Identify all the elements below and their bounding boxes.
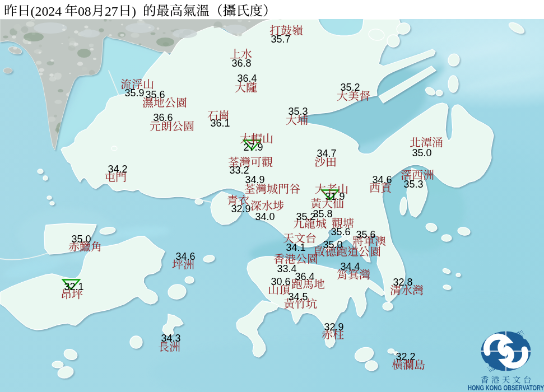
svg-text:35.7: 35.7 (271, 34, 290, 45)
svg-text:(2024: (2024 (31, 4, 62, 18)
svg-text:35.2: 35.2 (296, 211, 315, 222)
svg-text:32.1: 32.1 (64, 281, 83, 292)
svg-text:34.6: 34.6 (372, 174, 392, 185)
svg-text:HONG KONG OBSERVATORY: HONG KONG OBSERVATORY (468, 384, 544, 392)
svg-text:33.4: 33.4 (277, 263, 296, 274)
svg-text:35.8: 35.8 (313, 208, 332, 220)
svg-text:): ) (132, 4, 136, 18)
svg-text:36.8: 36.8 (231, 58, 251, 69)
svg-text:35.6: 35.6 (356, 229, 375, 240)
svg-text:35.0: 35.0 (323, 239, 342, 250)
svg-text:34.9: 34.9 (245, 174, 264, 185)
svg-text:32.8: 32.8 (393, 277, 412, 288)
svg-text:34.0: 34.0 (255, 211, 275, 222)
svg-text:32.9: 32.9 (231, 203, 250, 214)
svg-text:34.1: 34.1 (286, 242, 305, 253)
svg-text:34.2: 34.2 (108, 164, 127, 175)
svg-text:35.9: 35.9 (124, 87, 144, 99)
svg-text:36.4: 36.4 (237, 73, 257, 84)
svg-text:35.6: 35.6 (145, 89, 165, 100)
svg-text:30.6: 30.6 (271, 276, 290, 287)
svg-text:35.3: 35.3 (288, 106, 308, 117)
svg-text:35.3: 35.3 (403, 179, 423, 190)
svg-text:35.0: 35.0 (71, 234, 91, 245)
svg-text:35.0: 35.0 (412, 147, 431, 158)
svg-text:32.9: 32.9 (324, 321, 343, 333)
svg-text:27: 27 (105, 4, 118, 18)
svg-text:34.3: 34.3 (161, 333, 180, 344)
svg-text:36.6: 36.6 (153, 112, 173, 123)
svg-text:36.1: 36.1 (210, 118, 230, 129)
svg-text:32.2: 32.2 (396, 351, 415, 362)
svg-text:08: 08 (78, 4, 91, 18)
svg-text:34.4: 34.4 (340, 261, 360, 272)
svg-text:34.5: 34.5 (288, 291, 308, 302)
svg-text:36.4: 36.4 (295, 271, 314, 282)
svg-text:34.7: 34.7 (317, 148, 336, 159)
svg-text:27.9: 27.9 (243, 142, 263, 153)
svg-text:35.2: 35.2 (340, 82, 360, 93)
svg-text:35.6: 35.6 (331, 226, 350, 237)
svg-text:34.6: 34.6 (175, 251, 195, 262)
